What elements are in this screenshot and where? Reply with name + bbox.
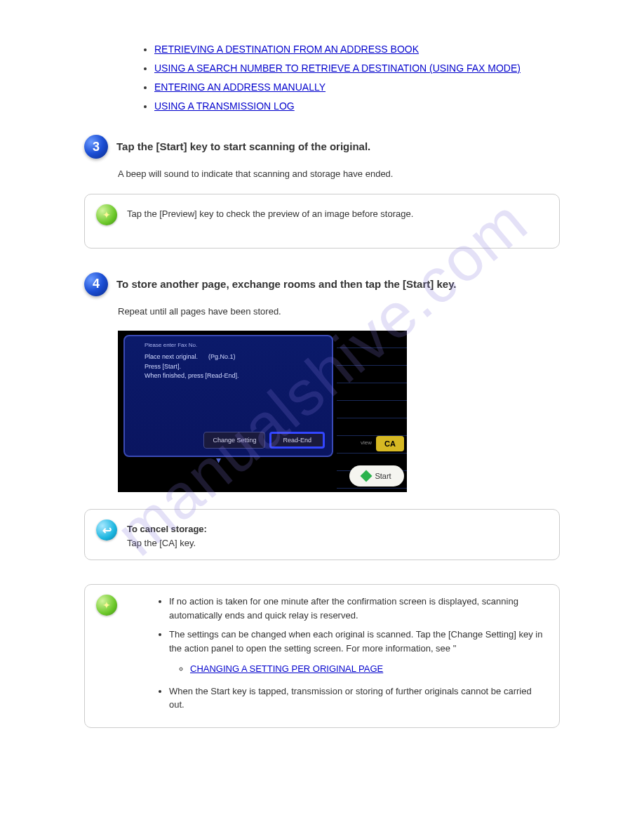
start-icon — [361, 470, 373, 482]
modal-header: Please enter Fax No. — [145, 342, 312, 348]
note-preview: Tap the [Preview] key to check the previ… — [84, 194, 560, 249]
step-3: 3 Tap the [Start] key to start scanning … — [84, 135, 560, 159]
start-label: Start — [375, 472, 391, 480]
modal-line1a: Place next original. — [145, 353, 198, 360]
step-3-desc: A beep will sound to indicate that scann… — [118, 167, 560, 181]
ca-button[interactable]: CA — [376, 436, 404, 451]
step-4-badge: 4 — [84, 272, 108, 296]
cancel-note-title: To cancel storage: — [127, 524, 207, 534]
final-item-2: The settings can be changed when each or… — [169, 628, 548, 676]
link-transmission-log[interactable]: USING A TRANSMISSION LOG — [154, 100, 295, 112]
link-search-number[interactable]: USING A SEARCH NUMBER TO RETRIEVE A DEST… — [154, 62, 521, 74]
step-3-badge: 3 — [84, 135, 108, 159]
note-preview-text: Tap the [Preview] key to check the previ… — [127, 204, 413, 221]
tip-icon-2 — [96, 595, 117, 616]
modal-line1b: (Pg.No.1) — [208, 353, 236, 360]
final-note-box: If no action is taken for one minute aft… — [84, 584, 560, 728]
info-icon — [96, 519, 117, 541]
modal-line2: Press [Start]. — [145, 363, 181, 370]
step-4-title: To store another page, exchange rooms an… — [116, 272, 457, 291]
final-item-1: If no action is taken for one minute aft… — [169, 595, 548, 622]
caret-icon: ▾ — [216, 454, 221, 465]
modal-line3: When finished, press [Read-End]. — [145, 372, 239, 379]
step-4-desc: Repeat until all pages have been stored. — [118, 305, 560, 319]
step-4: 4 To store another page, exchange rooms … — [84, 272, 560, 296]
step-3-title: Tap the [Start] key to start scanning of… — [116, 135, 370, 154]
link-manual-address[interactable]: ENTERING AN ADDRESS MANUALLY — [154, 81, 326, 93]
link-address-book[interactable]: RETRIEVING A DESTINATION FROM AN ADDRESS… — [154, 44, 419, 55]
read-end-button[interactable]: Read-End — [269, 432, 325, 449]
link-list: RETRIEVING A DESTINATION FROM AN ADDRESS… — [154, 42, 560, 114]
change-setting-button[interactable]: Change Setting — [203, 432, 265, 449]
tip-icon — [96, 204, 117, 225]
device-screenshot: Please enter Fax No. Place next original… — [118, 331, 560, 492]
cancel-note: To cancel storage: Tap the [CA] key. — [84, 509, 560, 560]
final-item-3: When the Start key is tapped, transmissi… — [169, 684, 548, 712]
link-change-setting[interactable]: CHANGING A SETTING PER ORIGINAL PAGE — [190, 663, 383, 674]
cancel-note-text: Tap the [CA] key. — [127, 538, 196, 548]
start-button[interactable]: Start — [349, 465, 404, 486]
preview-label: view — [361, 439, 372, 446]
